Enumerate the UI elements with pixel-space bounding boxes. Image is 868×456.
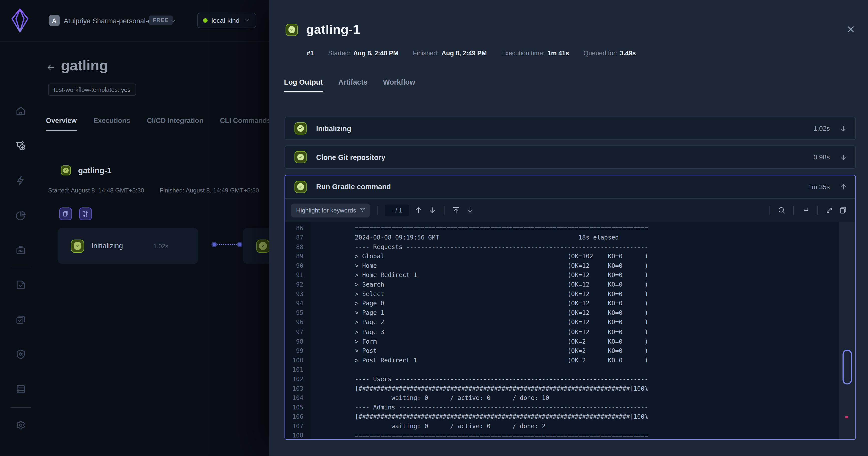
git-pull-request-icon — [82, 210, 89, 218]
success-check-icon — [286, 24, 298, 36]
log-scrollbar-track[interactable] — [839, 222, 855, 439]
cluster-chevron-down-icon — [243, 17, 250, 24]
log-line: 88---- Requests ------------------------… — [285, 242, 855, 252]
workflow-new-icon[interactable] — [15, 140, 27, 152]
close-icon[interactable] — [846, 24, 856, 34]
panel-title: gatling-1 — [306, 22, 360, 37]
run-name: gatling-1 — [78, 166, 112, 175]
copy-icon — [62, 210, 69, 218]
filter-funnel-icon[interactable] — [360, 207, 366, 214]
node-duration: 1.02s — [154, 242, 168, 249]
monitoring-icon[interactable] — [15, 245, 27, 256]
nav-divider — [10, 268, 31, 268]
expand-down-arrow-icon[interactable] — [839, 124, 847, 132]
log-line: 99> Post (OK=2 KO=0 ) — [285, 346, 855, 356]
log-line: 103[####################################… — [285, 384, 855, 393]
log-line: 107 waiting: 0 / active: 0 / done: 2 — [285, 421, 855, 431]
success-check-icon — [294, 122, 307, 135]
log-line: 104 waiting: 0 / active: 0 / done: 10 — [285, 393, 855, 403]
org-avatar[interactable]: A — [49, 15, 60, 26]
tab-cli-commands[interactable]: CLI Commands — [220, 117, 271, 131]
org-name[interactable]: Atulpriya Sharma-personal-org — [64, 17, 158, 25]
log-scrollbar-thumb[interactable] — [842, 350, 852, 384]
meta-finished: Finished:Aug 8, 2:49 PM — [413, 50, 487, 57]
step-name: Initializing — [316, 124, 804, 132]
run-detail-panel: gatling-1 #1 Started:Aug 8, 2:48 PM Fini… — [269, 0, 868, 456]
log-line: 102---- Users --------------------------… — [285, 374, 855, 384]
collapse-up-arrow-icon[interactable] — [839, 183, 847, 191]
step-duration: 0.98s — [814, 153, 830, 161]
copy-logs-icon[interactable] — [839, 206, 847, 215]
step-duration: 1m 35s — [808, 183, 830, 191]
previous-match-arrow-up-icon[interactable] — [414, 206, 423, 215]
runs-check-icon[interactable] — [15, 279, 27, 290]
org-chevron-down-icon[interactable] — [170, 18, 177, 25]
log-lines: 86======================================… — [285, 222, 855, 439]
step-header[interactable]: Run Gradle command 1m 35s — [285, 175, 855, 199]
step-name: Clone Git repository — [316, 153, 804, 161]
log-viewer[interactable]: 86======================================… — [285, 222, 855, 439]
tag-value: yes — [121, 86, 130, 93]
scroll-to-bottom-icon[interactable] — [466, 206, 474, 215]
cluster-selector[interactable]: local-kind — [197, 13, 256, 28]
log-line: 90> Home (OK=12 KO=0 ) — [285, 261, 855, 271]
tab-executions[interactable]: Executions — [93, 117, 130, 131]
cluster-status-dot — [203, 18, 208, 23]
log-line: 96> Page 2 (OK=12 KO=0 ) — [285, 318, 855, 327]
infrastructure-server-icon[interactable] — [15, 383, 27, 395]
log-line: 91> Home Redirect 1 (OK=12 KO=0 ) — [285, 270, 855, 280]
tab-cicd-integration[interactable]: CI/CD Integration — [147, 117, 203, 131]
page-tabs: Overview Executions CI/CD Integration CL… — [46, 117, 271, 131]
page-title: gatling — [61, 57, 108, 74]
home-icon[interactable] — [15, 105, 27, 117]
back-arrow-icon[interactable] — [46, 63, 56, 73]
log-line: 89> Global (OK=102 KO=0 ) — [285, 252, 855, 261]
success-check-icon — [61, 165, 71, 175]
log-line: 105---- Admins -------------------------… — [285, 403, 855, 412]
next-match-arrow-down-icon[interactable] — [428, 206, 437, 215]
success-check-icon — [294, 181, 307, 193]
pie-chart-icon[interactable] — [15, 210, 27, 221]
highlight-keywords-input[interactable] — [291, 203, 370, 217]
brand-logo-icon[interactable] — [9, 7, 31, 34]
toolbar-divider — [817, 206, 818, 215]
line-wrap-icon[interactable] — [801, 206, 810, 215]
settings-gear-icon[interactable] — [15, 420, 27, 431]
tab-overview[interactable]: Overview — [46, 117, 76, 131]
success-check-icon — [256, 239, 270, 253]
log-line: 101 — [285, 365, 855, 374]
rerun-pipeline-button[interactable] — [79, 207, 92, 220]
panel-tabs: Log Output Artifacts Workflow — [284, 78, 415, 92]
step-row-clone-git-repository[interactable]: Clone Git repository 0.98s — [284, 145, 856, 169]
workflow-node-initializing[interactable]: Initializing 1.02s — [58, 228, 198, 264]
workflow-tag: test-workflow-templates: yes — [48, 84, 136, 96]
nav-rail — [0, 41, 41, 456]
fullscreen-expand-icon[interactable] — [825, 206, 834, 215]
log-line: 93> Select (OK=12 KO=0 ) — [285, 290, 855, 299]
meta-queued-for: Queued for:3.49s — [584, 50, 636, 57]
success-check-icon — [71, 239, 84, 253]
expand-down-arrow-icon[interactable] — [839, 153, 847, 161]
security-shield-icon[interactable] — [15, 349, 27, 360]
tag-label: test-workflow-templates: — [54, 86, 119, 93]
search-icon[interactable] — [777, 206, 786, 215]
cluster-name: local-kind — [211, 17, 240, 24]
templates-stack-icon[interactable] — [15, 314, 27, 325]
copy-run-button[interactable] — [59, 207, 72, 220]
step-row-initializing[interactable]: Initializing 1.02s — [284, 117, 856, 140]
step-name: Run Gradle command — [316, 183, 799, 191]
run-card-header[interactable]: gatling-1 — [61, 165, 112, 175]
nav-divider — [10, 407, 31, 408]
tab-artifacts[interactable]: Artifacts — [338, 78, 368, 92]
scroll-to-top-icon[interactable] — [452, 206, 461, 215]
node-connector — [216, 244, 238, 245]
meta-started: Started:Aug 8, 2:48 PM — [328, 50, 398, 57]
lightning-icon[interactable] — [15, 175, 27, 187]
step-row-run-gradle-command-expanded: Run Gradle command 1m 35s - / 1 — [284, 175, 856, 440]
plan-badge: FREE — [149, 15, 173, 25]
tab-log-output[interactable]: Log Output — [284, 78, 323, 92]
scrollbar-match-marker — [845, 416, 848, 418]
log-line: 106[####################################… — [285, 412, 855, 422]
app-root: A Atulpriya Sharma-personal-org FREE loc… — [0, 0, 868, 456]
tab-workflow[interactable]: Workflow — [383, 78, 415, 92]
